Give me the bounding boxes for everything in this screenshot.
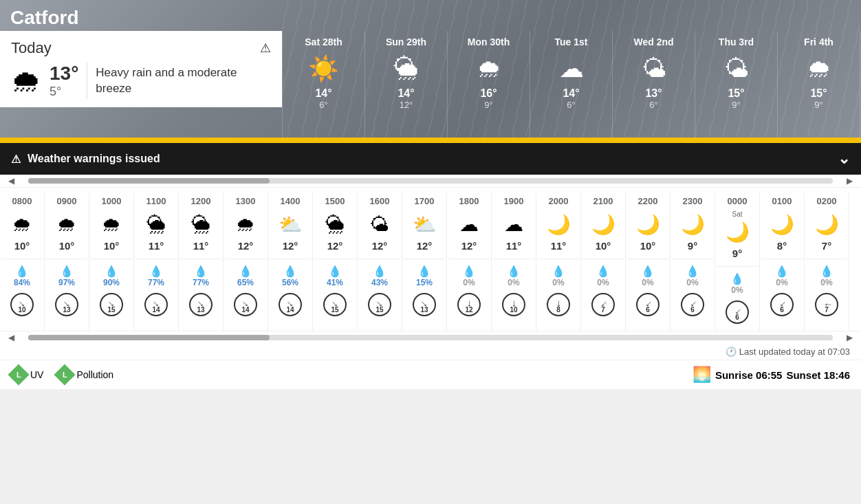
wind-speed: 10 <box>510 306 517 314</box>
rain-drop-icon: 💧 <box>820 265 833 278</box>
rain-drop-icon: 💧 <box>149 265 163 278</box>
wind-speed: 13 <box>63 306 70 314</box>
scroll-bottom-left-arrow[interactable]: ◀ <box>6 333 17 342</box>
wind-circle: ↑ 12 <box>457 293 481 316</box>
forecast-high: 13° <box>645 87 662 100</box>
hour-precip-row: 💧 77% <box>180 259 221 287</box>
rain-drop-icon: 💧 <box>775 265 789 278</box>
hour-temp: 8° <box>777 240 787 252</box>
wind-speed: 7 <box>825 306 829 314</box>
today-card: Today ⚠ 🌧 13° 5° Heavy rain and a modera… <box>0 31 282 107</box>
hour-precip-row: 💧 0% <box>806 259 847 287</box>
scroll-left-arrow[interactable]: ◀ <box>6 176 17 186</box>
hour-temp: 10° <box>14 240 30 252</box>
forecast-day-icon: 🌦 <box>394 54 419 83</box>
forecast-day-name: Fri 4th <box>804 36 833 47</box>
warning-left: ⚠ Weather warnings issued <box>11 153 160 166</box>
hour-wind-row: ↑ 13 <box>413 293 436 320</box>
wind-circle: ↑ 6 <box>726 300 749 324</box>
wind-circle: ↑ 15 <box>100 293 123 316</box>
hour-time: 1700 <box>415 196 435 206</box>
forecast-day-1[interactable]: Sun 29th 🌦 14° 12° <box>364 31 447 138</box>
hour-time: 0200 <box>817 196 837 206</box>
hour-temp: 11° <box>551 240 567 252</box>
scroll-right-arrow[interactable]: ▶ <box>844 176 855 186</box>
hour-precip-row: 💧 0% <box>448 259 490 287</box>
hour-col-12: 2000 🌙 11° 💧 0% ↑ 8 <box>536 193 581 331</box>
hour-precip-pct: 0% <box>597 278 609 287</box>
hour-time: 1200 <box>191 196 211 206</box>
wind-speed: 7 <box>601 306 605 314</box>
hour-wind-row: ↑ 7 <box>815 293 838 320</box>
hour-precip-pct: 77% <box>148 278 164 287</box>
hour-precip-row: 💧 0% <box>493 259 534 287</box>
warning-chevron-icon[interactable]: ⌄ <box>838 150 850 168</box>
wind-circle: ↑ 14 <box>234 293 257 316</box>
hour-temp: 11° <box>506 240 522 252</box>
wind-circle: ↑ 10 <box>10 293 34 316</box>
hour-precip-row: 💧 0% <box>717 266 758 295</box>
wind-circle: ↑ 10 <box>502 293 525 316</box>
hour-precip-pct: 0% <box>820 278 832 287</box>
hour-weather-icon: 🌙 <box>770 213 794 236</box>
hour-col-16: 0000 Sat 🌙 9° 💧 0% ↑ 6 <box>715 193 760 331</box>
hour-time: 1500 <box>325 196 345 206</box>
forecast-day-4[interactable]: Wed 2nd 🌤 13° 6° <box>612 31 695 138</box>
hour-weather-icon: 🌧 <box>102 213 121 236</box>
rain-drop-icon: 💧 <box>373 265 386 278</box>
rain-drop-icon: 💧 <box>596 265 610 278</box>
uv-badge: L UV <box>11 367 43 382</box>
forecast-day-5[interactable]: Thu 3rd 🌤 15° 9° <box>695 31 777 138</box>
wind-speed: 8 <box>556 306 560 314</box>
hour-time: 0100 <box>772 196 792 206</box>
hour-weather-icon: 🌙 <box>547 213 571 236</box>
hour-precip-row: 💧 0% <box>582 259 624 287</box>
hour-precip-row: 💧 15% <box>404 259 445 287</box>
scroll-bottom-right-arrow[interactable]: ▶ <box>844 333 855 342</box>
warning-bar[interactable]: ⚠ Weather warnings issued ⌄ <box>0 143 861 175</box>
hour-time: 1100 <box>146 196 166 206</box>
hour-weather-icon: 🌙 <box>681 213 705 236</box>
scroll-bottom-track[interactable] <box>28 335 833 340</box>
forecast-day-icon: 🌧 <box>477 54 501 83</box>
wind-circle: ↑ 7 <box>591 293 615 316</box>
forecast-high: 14° <box>397 87 414 100</box>
wind-circle: ↑ 13 <box>413 293 436 316</box>
hour-precip-row: 💧 0% <box>627 259 668 287</box>
forecast-day-6[interactable]: Fri 4th 🌧 15° 9° <box>777 31 860 138</box>
hour-time: 1300 <box>236 196 256 206</box>
hour-time: 2100 <box>593 196 613 206</box>
sat-label: Sat <box>732 210 742 218</box>
hour-col-10: 1800 ☁ 12° 💧 0% ↑ 12 <box>447 193 492 331</box>
scroll-track[interactable] <box>28 178 833 184</box>
today-temps: 13° 5° <box>50 63 87 99</box>
hour-weather-icon: 🌦 <box>325 213 345 236</box>
hour-wind-row: ↑ 10 <box>502 293 525 320</box>
hour-temp: 9° <box>688 240 697 252</box>
hour-col-3: 1100 🌦 11° 💧 77% ↑ 14 <box>134 193 179 331</box>
hour-temp: 12° <box>283 240 298 252</box>
hour-temp: 7° <box>822 240 831 252</box>
wind-speed: 6 <box>735 314 739 321</box>
forecast-day-3[interactable]: Tue 1st ☁ 14° 6° <box>530 31 612 138</box>
pollution-badge: L Pollution <box>57 367 113 382</box>
hour-precip-row: 💧 41% <box>314 259 356 287</box>
hour-weather-icon: ☁ <box>504 213 523 236</box>
hour-col-9: 1700 ⛅ 12° 💧 15% ↑ 13 <box>402 193 447 331</box>
hour-precip-pct: 0% <box>642 278 653 287</box>
hour-precip-pct: 90% <box>103 278 120 287</box>
today-description: Heavy rain and a moderate breeze <box>96 65 271 96</box>
hour-weather-icon: 🌙 <box>636 213 660 236</box>
rain-drop-icon: 💧 <box>60 265 74 278</box>
today-weather-icon: 🌧 <box>11 64 41 98</box>
hour-precip-pct: 0% <box>731 285 743 295</box>
hour-precip-pct: 77% <box>193 278 209 287</box>
forecast-day-2[interactable]: Mon 30th 🌧 16° 9° <box>447 31 530 138</box>
hour-time: 1900 <box>504 196 524 206</box>
hour-precip-row: 💧 0% <box>672 259 713 287</box>
hour-time: 2000 <box>549 196 569 206</box>
forecast-day-0[interactable]: Sat 28th ☀️ 14° 6° <box>282 31 364 138</box>
hour-col-6: 1400 ⛅ 12° 💧 56% ↑ 14 <box>268 193 313 331</box>
hour-temp: 11° <box>149 240 164 252</box>
hour-time: 2200 <box>638 196 658 206</box>
